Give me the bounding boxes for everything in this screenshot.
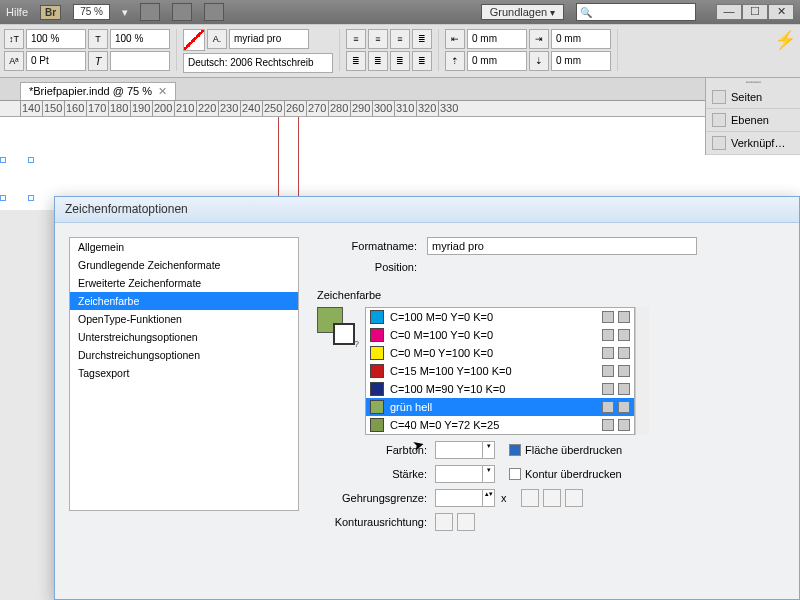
layers-icon bbox=[712, 113, 726, 127]
selection-handle[interactable] bbox=[0, 195, 6, 201]
category-item[interactable]: Unterstreichungsoptionen bbox=[70, 328, 298, 346]
bridge-button[interactable]: Br bbox=[40, 5, 61, 20]
ruler-tick: 160 bbox=[64, 101, 86, 116]
stroke-align-center-icon[interactable] bbox=[435, 513, 453, 531]
panel-grip-icon[interactable]: ┉┉┉ bbox=[706, 78, 800, 86]
swatch-name: C=100 M=0 Y=0 K=0 bbox=[390, 311, 493, 323]
justify-all-icon[interactable]: ≣ bbox=[390, 51, 410, 71]
swatch-row[interactable]: C=100 M=0 Y=0 K=0 bbox=[366, 308, 634, 326]
align-right-icon[interactable]: ≡ bbox=[390, 29, 410, 49]
panel-dock: ┉┉┉ SeitenEbenenVerknüpf… bbox=[705, 78, 800, 155]
document-tab[interactable]: *Briefpapier.indd @ 75 % ✕ bbox=[20, 82, 176, 100]
ruler-tick: 150 bbox=[42, 101, 64, 116]
screen-mode-icon[interactable] bbox=[172, 3, 192, 21]
category-item[interactable]: Grundlegende Zeichenformate bbox=[70, 256, 298, 274]
selection-handle[interactable] bbox=[28, 157, 34, 163]
inset-top-icon: ⇡ bbox=[445, 51, 465, 71]
join-bevel-icon[interactable] bbox=[565, 489, 583, 507]
fill-swatch-none[interactable] bbox=[183, 29, 205, 51]
character-style-options-dialog: Zeichenformatoptionen AllgemeinGrundlege… bbox=[54, 196, 800, 600]
zoom-level-field[interactable]: 75 % bbox=[73, 4, 110, 20]
swatch-row[interactable]: grün hell bbox=[366, 398, 634, 416]
align-left-icon[interactable]: ≡ bbox=[346, 29, 366, 49]
selection-handle[interactable] bbox=[28, 195, 34, 201]
language-field[interactable]: Deutsch: 2006 Rechtschreib bbox=[183, 53, 333, 73]
window-minimize-button[interactable]: — bbox=[716, 4, 742, 20]
category-item[interactable]: OpenType-Funktionen bbox=[70, 310, 298, 328]
skew-field[interactable] bbox=[110, 51, 170, 71]
swatch-row[interactable]: C=15 M=100 Y=100 K=0 bbox=[366, 362, 634, 380]
swatch-chip-icon bbox=[370, 328, 384, 342]
ruler-tick: 250 bbox=[262, 101, 284, 116]
category-item[interactable]: Durchstreichungsoptionen bbox=[70, 346, 298, 364]
formatname-input[interactable] bbox=[427, 237, 697, 255]
swatch-name: grün hell bbox=[390, 401, 432, 413]
baseline-shift-field[interactable]: 0 Pt bbox=[26, 51, 86, 71]
join-miter-icon[interactable] bbox=[521, 489, 539, 507]
swatch-row[interactable]: C=0 M=100 Y=0 K=0 bbox=[366, 326, 634, 344]
swatch-list[interactable]: C=100 M=0 Y=0 K=0C=0 M=100 Y=0 K=0C=0 M=… bbox=[365, 307, 635, 435]
swatch-name: C=15 M=100 Y=100 K=0 bbox=[390, 365, 512, 377]
swatch-mode-icon bbox=[618, 383, 630, 395]
vertical-scale-field[interactable]: 100 % bbox=[110, 29, 170, 49]
stroke-align-inside-icon[interactable] bbox=[457, 513, 475, 531]
swatch-mode-icon bbox=[618, 347, 630, 359]
links-icon bbox=[712, 136, 726, 150]
tint-field[interactable]: ▾ bbox=[435, 441, 495, 459]
category-item[interactable]: Erweiterte Zeichenformate bbox=[70, 274, 298, 292]
swatch-chip-icon bbox=[370, 400, 384, 414]
miter-x-label: x bbox=[501, 492, 507, 504]
search-field[interactable] bbox=[576, 3, 696, 21]
justify-left-icon[interactable]: ≣ bbox=[412, 29, 432, 49]
overprint-stroke-label: Kontur überdrucken bbox=[525, 468, 622, 480]
swatch-name: C=0 M=100 Y=0 K=0 bbox=[390, 329, 493, 341]
weight-label: Stärke: bbox=[317, 468, 435, 480]
category-item[interactable]: Zeichenfarbe bbox=[70, 292, 298, 310]
inset-bottom-field[interactable]: 0 mm bbox=[551, 51, 611, 71]
swatch-name: C=40 M=0 Y=72 K=25 bbox=[390, 419, 499, 431]
tab-close-icon[interactable]: ✕ bbox=[158, 85, 167, 98]
menu-help[interactable]: Hilfe bbox=[6, 6, 28, 18]
selection-handle[interactable] bbox=[0, 157, 6, 163]
char-style-field[interactable]: myriad pro bbox=[229, 29, 309, 49]
align-towards-spine-icon[interactable]: ≣ bbox=[412, 51, 432, 71]
swatch-mode-icon bbox=[618, 401, 630, 413]
ruler-tick: 210 bbox=[174, 101, 196, 116]
panel-item-links[interactable]: Verknüpf… bbox=[706, 132, 800, 155]
swatch-row[interactable]: C=100 M=90 Y=10 K=0 bbox=[366, 380, 634, 398]
justify-right-icon[interactable]: ≣ bbox=[368, 51, 388, 71]
ruler-tick: 180 bbox=[108, 101, 130, 116]
view-options-icon[interactable] bbox=[140, 3, 160, 21]
document-tab-bar: *Briefpapier.indd @ 75 % ✕ bbox=[0, 78, 800, 100]
inset-right-field[interactable]: 0 mm bbox=[551, 29, 611, 49]
overprint-stroke-checkbox[interactable] bbox=[509, 468, 521, 480]
inset-top-field[interactable]: 0 mm bbox=[467, 51, 527, 71]
justify-center-icon[interactable]: ≣ bbox=[346, 51, 366, 71]
fill-stroke-proxy[interactable]: ? bbox=[317, 307, 355, 345]
panel-item-pages[interactable]: Seiten bbox=[706, 86, 800, 109]
horizontal-scale-field[interactable]: 100 % bbox=[26, 29, 86, 49]
panel-item-layers[interactable]: Ebenen bbox=[706, 109, 800, 132]
stroke-proxy-icon[interactable] bbox=[333, 323, 355, 345]
miter-field[interactable]: ▴▾ bbox=[435, 489, 495, 507]
swatch-row[interactable]: C=40 M=0 Y=72 K=25 bbox=[366, 416, 634, 434]
category-item[interactable]: Allgemein bbox=[70, 238, 298, 256]
zoom-dropdown-icon[interactable]: ▾ bbox=[122, 6, 128, 19]
window-maximize-button[interactable]: ☐ bbox=[742, 4, 768, 20]
quick-apply-icon[interactable]: ⚡ bbox=[774, 29, 796, 51]
vertical-scale-icon: T bbox=[88, 29, 108, 49]
weight-field[interactable]: ▾ bbox=[435, 465, 495, 483]
swatch-scrollbar[interactable] bbox=[635, 307, 649, 435]
swatch-row[interactable]: C=0 M=0 Y=100 K=0 bbox=[366, 344, 634, 362]
overprint-fill-checkbox[interactable] bbox=[509, 444, 521, 456]
window-close-button[interactable]: ✕ bbox=[768, 4, 794, 20]
category-list[interactable]: AllgemeinGrundlegende ZeichenformateErwe… bbox=[69, 237, 299, 511]
inset-left-field[interactable]: 0 mm bbox=[467, 29, 527, 49]
arrange-docs-icon[interactable] bbox=[204, 3, 224, 21]
category-item[interactable]: Tagsexport bbox=[70, 364, 298, 382]
join-round-icon[interactable] bbox=[543, 489, 561, 507]
align-center-icon[interactable]: ≡ bbox=[368, 29, 388, 49]
swatch-chip-icon bbox=[370, 382, 384, 396]
workspace-switcher[interactable]: Grundlagen ▾ bbox=[481, 4, 564, 20]
swatch-chip-icon bbox=[370, 346, 384, 360]
